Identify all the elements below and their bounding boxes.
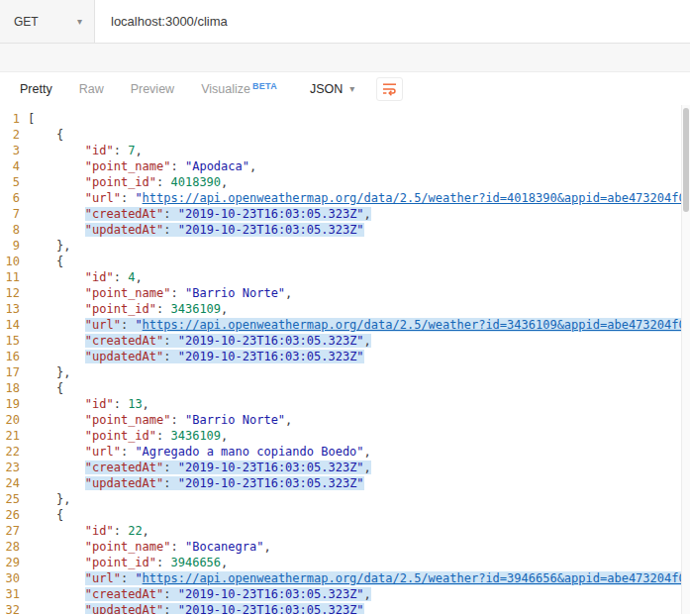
code-line: 8 "updatedAt": "2019-10-23T16:03:05.323Z… — [0, 222, 690, 238]
beta-badge: BETA — [252, 81, 277, 91]
code-line: 16 "updatedAt": "2019-10-23T16:03:05.323… — [0, 349, 690, 364]
code-line: 7 "createdAt": "2019-10-23T16:03:05.323Z… — [0, 206, 690, 222]
line-number: 11 — [0, 269, 28, 285]
code-line: 25 }, — [0, 491, 690, 507]
code-line: 1[ — [0, 111, 690, 127]
code-line: 29 "point_id": 3946656, — [0, 555, 690, 570]
postman-window: GET ▾ localhost:3000/clima Pretty Raw Pr… — [0, 0, 690, 616]
tab-preview[interactable]: Preview — [131, 82, 174, 96]
line-number: 18 — [0, 380, 28, 396]
url-text: localhost:3000/clima — [111, 14, 228, 29]
line-number: 4 — [0, 158, 28, 174]
code-line: 32 "updatedAt": "2019-10-23T16:03:05.323… — [0, 602, 690, 614]
format-label: JSON — [310, 82, 343, 96]
url-link[interactable]: https://api.openweathermap.org/data/2.5/… — [143, 191, 690, 205]
tab-visualize[interactable]: VisualizeBETA — [201, 82, 277, 96]
tab-raw[interactable]: Raw — [79, 82, 104, 96]
code-line: 19 "id": 13, — [0, 396, 690, 412]
line-number: 27 — [0, 523, 28, 539]
line-number: 7 — [0, 206, 28, 222]
line-number: 24 — [0, 475, 28, 491]
line-number: 2 — [0, 127, 28, 143]
line-number: 22 — [0, 444, 28, 460]
line-number: 13 — [0, 301, 28, 317]
line-number: 31 — [0, 586, 28, 602]
line-number: 23 — [0, 460, 28, 475]
scrollbar-thumb[interactable] — [683, 108, 689, 212]
code-line: 20 "point_name": "Barrio Norte", — [0, 412, 690, 428]
code-line: 11 "id": 4, — [0, 269, 690, 285]
line-number: 12 — [0, 285, 28, 301]
line-number: 1 — [0, 111, 28, 127]
url-input[interactable]: localhost:3000/clima — [95, 0, 690, 43]
wrap-text-icon — [382, 82, 398, 96]
code-line: 12 "point_name": "Barrio Norte", — [0, 285, 690, 301]
wrap-text-button[interactable] — [376, 77, 403, 101]
line-number: 17 — [0, 364, 28, 380]
line-number: 16 — [0, 349, 28, 364]
tab-pretty[interactable]: Pretty — [20, 82, 52, 96]
code-line: 9 }, — [0, 238, 690, 254]
code-line: 22 "url": "Agregado a mano copiando Boed… — [0, 444, 690, 460]
url-link[interactable]: https://api.openweathermap.org/data/2.5/… — [143, 318, 690, 332]
code-line: 26 { — [0, 507, 690, 523]
line-number: 28 — [0, 539, 28, 555]
format-dropdown[interactable]: JSON ▾ — [310, 82, 354, 96]
response-body: 1[2 {3 "id": 7,4 "point_name": "Apodaca"… — [0, 105, 690, 614]
code-line: 13 "point_id": 3436109, — [0, 301, 690, 317]
line-number: 15 — [0, 333, 28, 349]
line-number: 10 — [0, 254, 28, 269]
line-number: 6 — [0, 190, 28, 206]
code-line: 23 "createdAt": "2019-10-23T16:03:05.323… — [0, 460, 690, 475]
url-link[interactable]: https://api.openweathermap.org/data/2.5/… — [143, 571, 690, 585]
chevron-down-icon: ▾ — [77, 17, 82, 27]
code-line: 4 "point_name": "Apodaca", — [0, 158, 690, 174]
code-line: 3 "id": 7, — [0, 143, 690, 158]
code-line: 15 "createdAt": "2019-10-23T16:03:05.323… — [0, 333, 690, 349]
line-number: 29 — [0, 555, 28, 570]
line-number: 9 — [0, 238, 28, 254]
section-divider — [0, 44, 690, 72]
line-number: 3 — [0, 143, 28, 158]
code-line: 14 "url": "https://api.openweathermap.or… — [0, 317, 690, 333]
line-number: 32 — [0, 602, 28, 614]
code-line: 6 "url": "https://api.openweathermap.org… — [0, 190, 690, 206]
line-number: 8 — [0, 222, 28, 238]
code-line: 28 "point_name": "Bocanegra", — [0, 539, 690, 555]
code-line: 31 "createdAt": "2019-10-23T16:03:05.323… — [0, 586, 690, 602]
line-number: 19 — [0, 396, 28, 412]
method-label: GET — [14, 15, 39, 29]
code-lines: 1[2 {3 "id": 7,4 "point_name": "Apodaca"… — [0, 111, 690, 614]
code-line: 27 "id": 22, — [0, 523, 690, 539]
request-bar: GET ▾ localhost:3000/clima — [0, 0, 690, 44]
line-number: 5 — [0, 174, 28, 190]
code-line: 5 "point_id": 4018390, — [0, 174, 690, 190]
code-line: 21 "point_id": 3436109, — [0, 428, 690, 444]
response-toolbar: Pretty Raw Preview VisualizeBETA JSON ▾ — [0, 72, 690, 105]
line-number: 25 — [0, 491, 28, 507]
line-number: 20 — [0, 412, 28, 428]
code-line: 10 { — [0, 254, 690, 269]
code-line: 18 { — [0, 380, 690, 396]
tab-label: Visualize — [201, 82, 250, 96]
line-number: 30 — [0, 570, 28, 586]
code-line: 17 }, — [0, 364, 690, 380]
line-number: 26 — [0, 507, 28, 523]
line-number: 21 — [0, 428, 28, 444]
code-line: 24 "updatedAt": "2019-10-23T16:03:05.323… — [0, 475, 690, 491]
code-line: 2 { — [0, 127, 690, 143]
code-line: 30 "url": "https://api.openweathermap.or… — [0, 570, 690, 586]
chevron-down-icon: ▾ — [349, 84, 354, 94]
vertical-scrollbar[interactable] — [681, 105, 690, 614]
method-dropdown[interactable]: GET ▾ — [0, 0, 95, 43]
line-number: 14 — [0, 317, 28, 333]
